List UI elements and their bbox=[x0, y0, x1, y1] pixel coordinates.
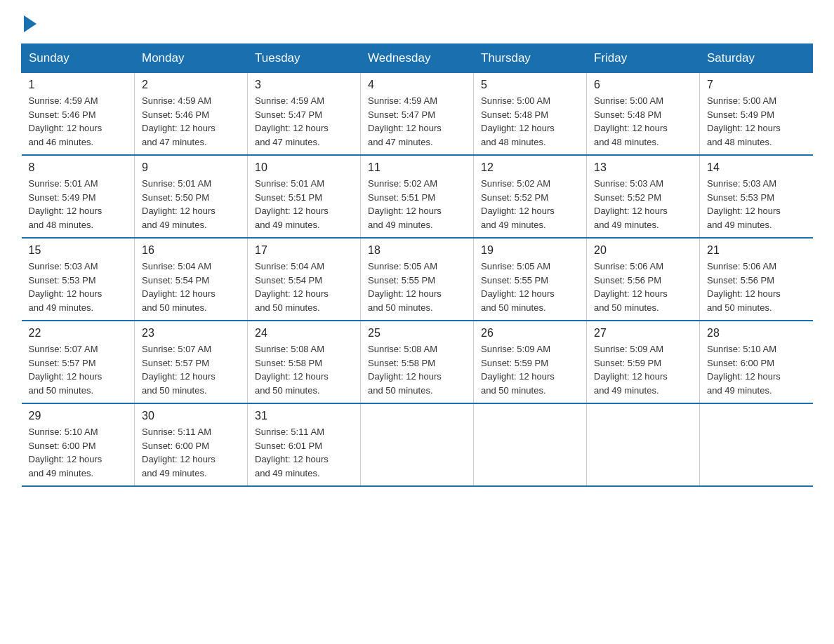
header-saturday: Saturday bbox=[700, 44, 813, 73]
day-number: 17 bbox=[255, 244, 353, 257]
calendar-table: SundayMondayTuesdayWednesdayThursdayFrid… bbox=[21, 43, 813, 487]
day-number: 9 bbox=[142, 161, 240, 174]
calendar-week-row: 15Sunrise: 5:03 AMSunset: 5:53 PMDayligh… bbox=[22, 238, 813, 321]
day-number: 11 bbox=[368, 161, 466, 174]
calendar-cell: 5Sunrise: 5:00 AMSunset: 5:48 PMDaylight… bbox=[474, 73, 587, 156]
day-info: Sunrise: 5:06 AMSunset: 5:56 PMDaylight:… bbox=[594, 260, 692, 314]
calendar-cell: 18Sunrise: 5:05 AMSunset: 5:55 PMDayligh… bbox=[361, 238, 474, 321]
day-number: 15 bbox=[29, 244, 128, 257]
day-number: 10 bbox=[255, 161, 353, 174]
day-number: 28 bbox=[707, 327, 806, 340]
calendar-cell: 7Sunrise: 5:00 AMSunset: 5:49 PMDaylight… bbox=[700, 73, 813, 156]
day-number: 3 bbox=[255, 79, 353, 91]
day-info: Sunrise: 5:04 AMSunset: 5:54 PMDaylight:… bbox=[255, 260, 353, 314]
day-number: 4 bbox=[368, 79, 466, 91]
calendar-week-row: 29Sunrise: 5:10 AMSunset: 6:00 PMDayligh… bbox=[22, 403, 813, 486]
calendar-cell: 15Sunrise: 5:03 AMSunset: 5:53 PMDayligh… bbox=[22, 238, 135, 321]
calendar-week-row: 22Sunrise: 5:07 AMSunset: 5:57 PMDayligh… bbox=[22, 321, 813, 403]
header-sunday: Sunday bbox=[22, 44, 135, 73]
calendar-cell: 13Sunrise: 5:03 AMSunset: 5:52 PMDayligh… bbox=[587, 155, 700, 238]
calendar-cell: 26Sunrise: 5:09 AMSunset: 5:59 PMDayligh… bbox=[474, 321, 587, 403]
day-number: 2 bbox=[142, 79, 240, 91]
day-info: Sunrise: 4:59 AMSunset: 5:47 PMDaylight:… bbox=[255, 94, 353, 149]
calendar-cell: 6Sunrise: 5:00 AMSunset: 5:48 PMDaylight… bbox=[587, 73, 700, 156]
day-info: Sunrise: 4:59 AMSunset: 5:47 PMDaylight:… bbox=[368, 94, 466, 149]
calendar-cell: 29Sunrise: 5:10 AMSunset: 6:00 PMDayligh… bbox=[22, 403, 135, 486]
day-info: Sunrise: 5:03 AMSunset: 5:53 PMDaylight:… bbox=[29, 260, 128, 314]
page-header bbox=[21, 14, 813, 29]
logo-arrow-icon bbox=[24, 15, 37, 32]
day-number: 13 bbox=[594, 161, 692, 174]
calendar-cell: 12Sunrise: 5:02 AMSunset: 5:52 PMDayligh… bbox=[474, 155, 587, 238]
day-number: 29 bbox=[29, 410, 128, 422]
day-info: Sunrise: 5:04 AMSunset: 5:54 PMDaylight:… bbox=[142, 260, 240, 314]
calendar-cell bbox=[474, 403, 587, 486]
calendar-cell: 23Sunrise: 5:07 AMSunset: 5:57 PMDayligh… bbox=[135, 321, 248, 403]
day-info: Sunrise: 5:09 AMSunset: 5:59 PMDaylight:… bbox=[481, 342, 579, 397]
calendar-cell: 16Sunrise: 5:04 AMSunset: 5:54 PMDayligh… bbox=[135, 238, 248, 321]
calendar-cell: 24Sunrise: 5:08 AMSunset: 5:58 PMDayligh… bbox=[248, 321, 361, 403]
day-info: Sunrise: 5:05 AMSunset: 5:55 PMDaylight:… bbox=[481, 260, 579, 314]
calendar-cell: 25Sunrise: 5:08 AMSunset: 5:58 PMDayligh… bbox=[361, 321, 474, 403]
calendar-cell: 8Sunrise: 5:01 AMSunset: 5:49 PMDaylight… bbox=[22, 155, 135, 238]
calendar-header-row: SundayMondayTuesdayWednesdayThursdayFrid… bbox=[22, 44, 813, 73]
day-info: Sunrise: 5:10 AMSunset: 6:00 PMDaylight:… bbox=[707, 342, 806, 397]
day-info: Sunrise: 4:59 AMSunset: 5:46 PMDaylight:… bbox=[142, 94, 240, 149]
day-info: Sunrise: 5:10 AMSunset: 6:00 PMDaylight:… bbox=[29, 425, 128, 480]
header-friday: Friday bbox=[587, 44, 700, 73]
calendar-cell bbox=[587, 403, 700, 486]
calendar-cell: 27Sunrise: 5:09 AMSunset: 5:59 PMDayligh… bbox=[587, 321, 700, 403]
logo bbox=[21, 14, 37, 29]
header-thursday: Thursday bbox=[474, 44, 587, 73]
day-info: Sunrise: 5:01 AMSunset: 5:50 PMDaylight:… bbox=[142, 177, 240, 232]
calendar-cell: 3Sunrise: 4:59 AMSunset: 5:47 PMDaylight… bbox=[248, 73, 361, 156]
day-number: 14 bbox=[707, 161, 806, 174]
calendar-cell: 2Sunrise: 4:59 AMSunset: 5:46 PMDaylight… bbox=[135, 73, 248, 156]
calendar-cell: 11Sunrise: 5:02 AMSunset: 5:51 PMDayligh… bbox=[361, 155, 474, 238]
calendar-cell bbox=[700, 403, 813, 486]
day-number: 20 bbox=[594, 244, 692, 257]
day-number: 12 bbox=[481, 161, 579, 174]
calendar-cell bbox=[361, 403, 474, 486]
calendar-cell: 28Sunrise: 5:10 AMSunset: 6:00 PMDayligh… bbox=[700, 321, 813, 403]
day-info: Sunrise: 4:59 AMSunset: 5:46 PMDaylight:… bbox=[29, 94, 128, 149]
day-info: Sunrise: 5:02 AMSunset: 5:52 PMDaylight:… bbox=[481, 177, 579, 232]
calendar-cell: 22Sunrise: 5:07 AMSunset: 5:57 PMDayligh… bbox=[22, 321, 135, 403]
day-number: 8 bbox=[29, 161, 128, 174]
day-info: Sunrise: 5:00 AMSunset: 5:48 PMDaylight:… bbox=[481, 94, 579, 149]
header-wednesday: Wednesday bbox=[361, 44, 474, 73]
day-number: 7 bbox=[707, 79, 806, 91]
day-number: 27 bbox=[594, 327, 692, 340]
day-info: Sunrise: 5:00 AMSunset: 5:49 PMDaylight:… bbox=[707, 94, 806, 149]
calendar-cell: 9Sunrise: 5:01 AMSunset: 5:50 PMDaylight… bbox=[135, 155, 248, 238]
day-info: Sunrise: 5:11 AMSunset: 6:01 PMDaylight:… bbox=[255, 425, 353, 480]
calendar-week-row: 1Sunrise: 4:59 AMSunset: 5:46 PMDaylight… bbox=[22, 73, 813, 156]
day-info: Sunrise: 5:03 AMSunset: 5:53 PMDaylight:… bbox=[707, 177, 806, 232]
day-number: 6 bbox=[594, 79, 692, 91]
day-number: 24 bbox=[255, 327, 353, 340]
day-number: 31 bbox=[255, 410, 353, 422]
day-info: Sunrise: 5:08 AMSunset: 5:58 PMDaylight:… bbox=[368, 342, 466, 397]
calendar-cell: 1Sunrise: 4:59 AMSunset: 5:46 PMDaylight… bbox=[22, 73, 135, 156]
day-number: 16 bbox=[142, 244, 240, 257]
day-number: 18 bbox=[368, 244, 466, 257]
day-info: Sunrise: 5:11 AMSunset: 6:00 PMDaylight:… bbox=[142, 425, 240, 480]
day-info: Sunrise: 5:01 AMSunset: 5:51 PMDaylight:… bbox=[255, 177, 353, 232]
calendar-week-row: 8Sunrise: 5:01 AMSunset: 5:49 PMDaylight… bbox=[22, 155, 813, 238]
calendar-cell: 10Sunrise: 5:01 AMSunset: 5:51 PMDayligh… bbox=[248, 155, 361, 238]
day-info: Sunrise: 5:09 AMSunset: 5:59 PMDaylight:… bbox=[594, 342, 692, 397]
calendar-cell: 17Sunrise: 5:04 AMSunset: 5:54 PMDayligh… bbox=[248, 238, 361, 321]
header-tuesday: Tuesday bbox=[248, 44, 361, 73]
day-number: 26 bbox=[481, 327, 579, 340]
day-info: Sunrise: 5:02 AMSunset: 5:51 PMDaylight:… bbox=[368, 177, 466, 232]
calendar-cell: 30Sunrise: 5:11 AMSunset: 6:00 PMDayligh… bbox=[135, 403, 248, 486]
day-info: Sunrise: 5:03 AMSunset: 5:52 PMDaylight:… bbox=[594, 177, 692, 232]
day-info: Sunrise: 5:00 AMSunset: 5:48 PMDaylight:… bbox=[594, 94, 692, 149]
calendar-cell: 20Sunrise: 5:06 AMSunset: 5:56 PMDayligh… bbox=[587, 238, 700, 321]
day-info: Sunrise: 5:08 AMSunset: 5:58 PMDaylight:… bbox=[255, 342, 353, 397]
day-number: 22 bbox=[29, 327, 128, 340]
day-info: Sunrise: 5:01 AMSunset: 5:49 PMDaylight:… bbox=[29, 177, 128, 232]
calendar-cell: 31Sunrise: 5:11 AMSunset: 6:01 PMDayligh… bbox=[248, 403, 361, 486]
day-info: Sunrise: 5:07 AMSunset: 5:57 PMDaylight:… bbox=[142, 342, 240, 397]
calendar-cell: 19Sunrise: 5:05 AMSunset: 5:55 PMDayligh… bbox=[474, 238, 587, 321]
